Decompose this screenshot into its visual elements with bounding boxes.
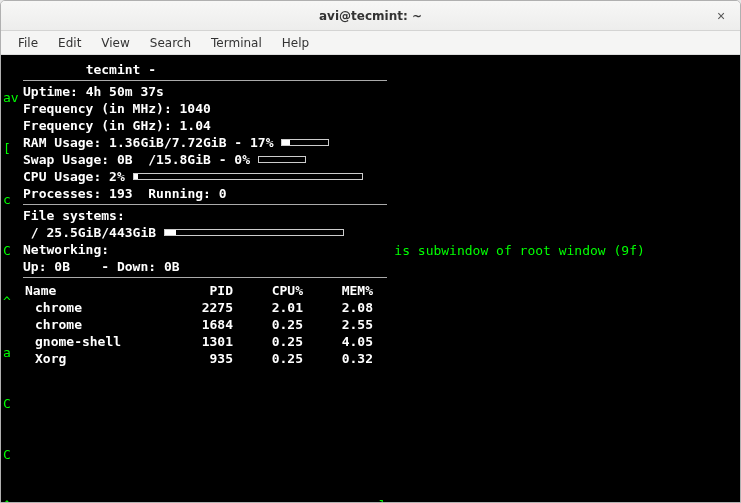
fs-row: / 25.5GiB/443GiB: [23, 224, 387, 241]
divider: [23, 204, 387, 205]
ram-row: RAM Usage: 1.36GiB/7.72GiB - 17%: [23, 134, 387, 151]
cpu-row: CPU Usage: 2%: [23, 168, 387, 185]
table-row: chrome 1684 0.25 2.55: [23, 316, 387, 333]
col-cpu: CPU%: [233, 282, 303, 299]
freq-mhz-row: Frequency (in MHz): 1040: [23, 100, 387, 117]
process-header: Name PID CPU% MEM%: [23, 282, 387, 299]
terminal-window: avi@tecmint: ~ × File Edit View Search T…: [0, 0, 741, 503]
uptime-row: Uptime: 4h 50m 37s: [23, 83, 387, 100]
divider: [23, 80, 387, 81]
col-pid: PID: [173, 282, 233, 299]
swap-bar: [258, 156, 306, 163]
ram-bar: [281, 139, 329, 146]
menu-terminal[interactable]: Terminal: [202, 34, 271, 52]
close-icon: ×: [717, 8, 725, 24]
terminal-viewport[interactable]: avi@tecmint: $ conky & [ c C 16) is subw…: [1, 55, 740, 502]
menubar: File Edit View Search Terminal Help: [1, 31, 740, 55]
window-title: avi@tecmint: ~: [319, 9, 422, 23]
menu-file[interactable]: File: [9, 34, 47, 52]
bg-char: C: [3, 395, 645, 412]
titlebar[interactable]: avi@tecmint: ~ ×: [1, 1, 740, 31]
bg-char: C: [3, 446, 645, 463]
menu-search[interactable]: Search: [141, 34, 200, 52]
menu-help[interactable]: Help: [273, 34, 318, 52]
swap-row: Swap Usage: 0B /15.8GiB - 0%: [23, 151, 387, 168]
conky-host: tecmint -: [23, 61, 387, 78]
col-name: Name: [23, 282, 173, 299]
processes-row: Processes: 193 Running: 0: [23, 185, 387, 202]
process-table: Name PID CPU% MEM% chrome 2275 2.01 2.08…: [23, 282, 387, 367]
col-mem: MEM%: [303, 282, 373, 299]
bg-char: ^ nals.: [3, 497, 645, 502]
table-row: chrome 2275 2.01 2.08: [23, 299, 387, 316]
table-row: Xorg 935 0.25 0.32: [23, 350, 387, 367]
table-row: gnome-shell 1301 0.25 4.05: [23, 333, 387, 350]
freq-ghz-row: Frequency (in GHz): 1.04: [23, 117, 387, 134]
net-header: Networking:: [23, 241, 387, 258]
close-button[interactable]: ×: [712, 7, 730, 25]
net-row: Up: 0B - Down: 0B: [23, 258, 387, 275]
menu-edit[interactable]: Edit: [49, 34, 90, 52]
menu-view[interactable]: View: [92, 34, 138, 52]
cpu-bar: [133, 173, 363, 180]
fs-header: File systems:: [23, 207, 387, 224]
conky-panel: tecmint - Uptime: 4h 50m 37s Frequency (…: [19, 59, 391, 375]
fs-bar: [164, 229, 344, 236]
divider: [23, 277, 387, 278]
